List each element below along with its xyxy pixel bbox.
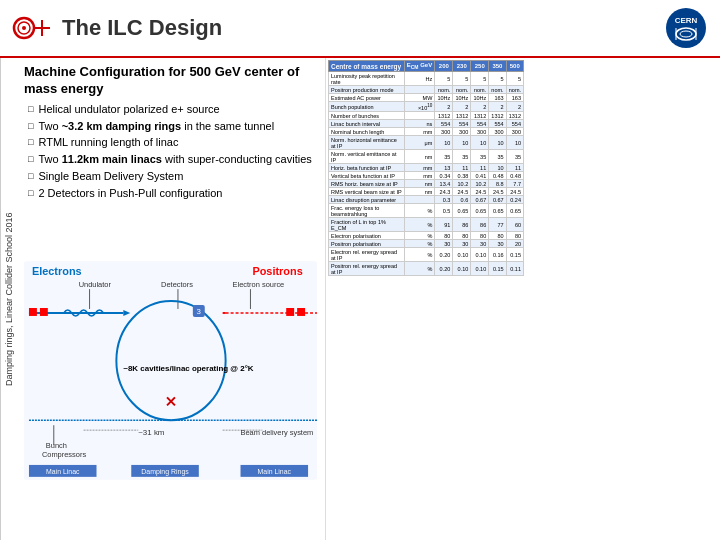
svg-text:Electron source: Electron source <box>233 280 285 289</box>
ilc-diagram-svg: Electrons Positrons Undulator Detectors … <box>24 207 317 534</box>
col-200: 200 <box>435 61 453 72</box>
table-row: Electron polarisation % 8080808080 <box>329 232 524 240</box>
parameters-table: Centre of mass energy ECM GeV 200 230 25… <box>328 60 524 276</box>
table-row: Nominal bunch length mm 300300300300300 <box>329 128 524 136</box>
list-item: RTML running length of linac <box>28 135 317 150</box>
svg-text:Compressors: Compressors <box>42 450 87 459</box>
svg-text:~31 km: ~31 km <box>138 428 165 437</box>
svg-rect-30 <box>286 308 294 316</box>
table-row: Linac bunch interval ns 554554554554554 <box>329 120 524 128</box>
list-item: Two 11.2km main linacs with super-conduc… <box>28 152 317 167</box>
svg-text:Main Linac: Main Linac <box>258 468 292 475</box>
table-row: Vertical beta function at IP mm 0.340.38… <box>329 172 524 180</box>
col-230: 230 <box>453 61 471 72</box>
list-item: 2 Detectors in Push-Pull configuration <box>28 186 317 201</box>
table-row: Norm. vertical emittance at IP nm 353535… <box>329 150 524 164</box>
table-row: Horiz. beta function at IP mm 1311111011 <box>329 164 524 172</box>
svg-text:Bunch: Bunch <box>46 441 67 450</box>
table-row: RMS vertical beam size at IP nm 24.324.5… <box>329 188 524 196</box>
table-row: Norm. horizontal emittance at IP μm 1010… <box>329 136 524 150</box>
table-row: Linac disruption parameter 0.30.60.670.6… <box>329 196 524 204</box>
col-350: 350 <box>489 61 506 72</box>
ilc-logo <box>12 10 52 46</box>
svg-point-2 <box>22 26 26 30</box>
svg-text:Beam delivery system: Beam delivery system <box>241 428 314 437</box>
svg-text:Damping Rings: Damping Rings <box>141 468 189 476</box>
svg-rect-28 <box>40 308 48 316</box>
electrons-label: Electrons <box>32 265 82 277</box>
table-row: Estimated AC power MW 10Hz10Hz10Hz163163 <box>329 94 524 102</box>
page-header: The ILC Design CERN <box>0 0 720 58</box>
col-ecm-unit: ECM GeV <box>404 61 435 72</box>
col-500: 500 <box>506 61 523 72</box>
table-row: Frac. energy loss to beamstrahlung % 0.5… <box>329 204 524 218</box>
right-panel: Centre of mass energy ECM GeV 200 230 25… <box>326 58 526 540</box>
list-item: Helical undulator polarized e+ source <box>28 102 317 117</box>
table-row: Number of bunches 13121312131213121312 <box>329 112 524 120</box>
ilc-diagram-area: Electrons Positrons Undulator Detectors … <box>24 207 317 534</box>
svg-text:Detectors: Detectors <box>161 280 193 289</box>
col-250: 250 <box>471 61 489 72</box>
table-row: Luminosity peak repetition rate Hz 55555 <box>329 72 524 86</box>
svg-rect-29 <box>297 308 305 316</box>
side-label: Damping rings, Linear Collider School 20… <box>0 58 16 540</box>
svg-rect-27 <box>29 308 37 316</box>
table-row: Positron production mode nom.nom.nom.nom… <box>329 86 524 94</box>
table-row: RMS horiz. beam size at IP nm 13.410.210… <box>329 180 524 188</box>
table-row: Positron rel. energy spread at IP % 0.20… <box>329 262 524 276</box>
section-title: Machine Configuration for 500 GeV center… <box>24 64 317 98</box>
svg-text:CERN: CERN <box>675 16 698 25</box>
svg-text:Main Linac: Main Linac <box>46 468 80 475</box>
table-row: Positron polarisation % 3030303020 <box>329 240 524 248</box>
list-item: Single Beam Delivery System <box>28 169 317 184</box>
svg-text:Undulator: Undulator <box>79 280 112 289</box>
table-row: Bunch population ×1010 22222 <box>329 102 524 112</box>
left-panel: Machine Configuration for 500 GeV center… <box>16 58 326 540</box>
svg-text:~8K cavities/linac operating @: ~8K cavities/linac operating @ 2°K <box>123 363 254 372</box>
positrons-label: Positrons <box>252 265 302 277</box>
table-row: Electron rel. energy spread at IP % 0.20… <box>329 248 524 262</box>
page-title: The ILC Design <box>62 15 664 41</box>
table-row: Fraction of L in top 1% E_CM % 918686776… <box>329 218 524 232</box>
bullet-list: Helical undulator polarized e+ source Tw… <box>24 102 317 203</box>
list-item: Two ~3.2 km damping rings in the same tu… <box>28 119 317 134</box>
body-container: Damping rings, Linear Collider School 20… <box>0 58 720 540</box>
svg-text:3: 3 <box>197 307 202 316</box>
table-title: Centre of mass energy <box>329 61 405 72</box>
cern-logo: CERN <box>664 6 708 50</box>
